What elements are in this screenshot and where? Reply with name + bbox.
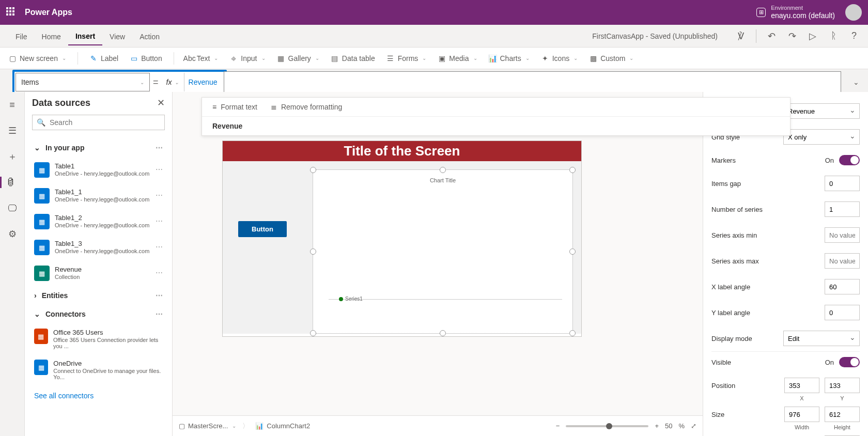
share-icon[interactable]: ᚱ <box>828 30 839 42</box>
prop-axismin-value[interactable] <box>825 227 860 243</box>
prop-size-w[interactable] <box>784 407 819 422</box>
format-text-button[interactable]: ≡Format text <box>212 103 257 111</box>
more-icon[interactable]: ⋯ <box>156 291 163 300</box>
connector-item[interactable]: ▦ Office 365 UsersOffice 365 Users Conne… <box>32 323 165 354</box>
media-icon: ▣ <box>438 54 446 63</box>
more-icon[interactable]: ⋯ <box>156 214 163 225</box>
see-all-connectors-link[interactable]: See all connectors <box>32 385 165 406</box>
more-icon[interactable]: ⋯ <box>156 162 163 174</box>
more-icon[interactable]: ⋯ <box>156 310 163 318</box>
ribbon-button[interactable]: ▭Button <box>130 54 162 63</box>
panel-title: Data sources <box>32 98 90 108</box>
hamburger-icon[interactable]: ≡ <box>7 99 18 111</box>
datasource-item[interactable]: ▦ Table1_2OneDrive - henry.legge@outlook… <box>32 209 165 235</box>
section-connectors[interactable]: ⌄Connectors⋯ <box>32 305 165 323</box>
search-input[interactable] <box>50 118 160 127</box>
prop-itemsgap-value[interactable] <box>825 176 860 191</box>
more-icon[interactable]: ⋯ <box>156 266 163 277</box>
datasource-item[interactable]: ▦ RevenueCollection ⋯ <box>32 260 165 286</box>
formula-input[interactable]: Revenue <box>224 71 841 93</box>
crumb-control[interactable]: 📊ColumnChart2 <box>255 422 310 430</box>
prop-size-h[interactable] <box>825 407 860 422</box>
connector-item[interactable]: ▦ OneDriveConnect to OneDrive to manage … <box>32 354 165 385</box>
prop-position-x[interactable] <box>784 378 819 393</box>
crumb-screen[interactable]: ▢MasterScre...⌄ <box>179 422 236 430</box>
more-icon[interactable]: ⋯ <box>156 240 163 251</box>
ribbon-custom[interactable]: ▩Custom⌄ <box>589 54 633 63</box>
fit-screen-icon[interactable]: ⤢ <box>691 422 696 430</box>
advanced-tools-icon[interactable]: ⚙ <box>7 228 18 240</box>
zoom-out-icon[interactable]: − <box>556 422 560 430</box>
canvas-button[interactable]: Button <box>238 221 287 237</box>
menu-insert[interactable]: Insert <box>68 27 102 45</box>
play-icon[interactable]: ▷ <box>807 30 818 42</box>
menu-view[interactable]: View <box>102 27 132 45</box>
ribbon-input[interactable]: ⎆Input⌄ <box>229 54 265 63</box>
prop-gridstyle-value[interactable] <box>783 129 860 145</box>
ribbon-new-screen[interactable]: ▢New screen⌄ <box>8 54 66 63</box>
more-icon[interactable]: ⋯ <box>156 144 163 152</box>
formula-suggestion[interactable]: Revenue <box>202 117 790 135</box>
prop-displaymode-value[interactable] <box>783 331 860 346</box>
remove-formatting-button[interactable]: ≣Remove formatting <box>271 103 342 111</box>
formula-expand-icon[interactable]: ⌄ <box>850 78 862 86</box>
fx-button[interactable]: fx⌄ <box>162 73 184 91</box>
zoom-in-icon[interactable]: + <box>655 422 659 430</box>
prop-yangle-value[interactable] <box>825 305 860 320</box>
ribbon-label[interactable]: ✎Label <box>89 54 118 63</box>
markers-toggle[interactable] <box>839 155 860 165</box>
section-in-your-app[interactable]: ⌄In your app⋯ <box>32 138 165 157</box>
media-rail-icon[interactable]: 🖵 <box>7 203 18 214</box>
prop-items-value[interactable] <box>783 103 860 119</box>
visible-toggle[interactable] <box>839 357 860 367</box>
add-icon[interactable]: ＋ <box>7 151 18 162</box>
ribbon-media[interactable]: ▣Media⌄ <box>438 54 477 63</box>
series-legend: Series1 <box>339 296 363 302</box>
menu-file[interactable]: File <box>8 27 35 45</box>
resize-handle[interactable] <box>569 248 576 255</box>
prop-numseries-value[interactable] <box>825 201 860 217</box>
datasource-item[interactable]: ▦ Table1OneDrive - henry.legge@outlook.c… <box>32 157 165 183</box>
ribbon-forms[interactable]: ☰Forms⌄ <box>386 54 427 63</box>
resize-handle[interactable] <box>310 167 316 173</box>
chart-selection[interactable]: Chart Title Series1 <box>313 169 573 334</box>
prop-position-y[interactable] <box>825 378 860 393</box>
resize-handle[interactable] <box>569 167 576 173</box>
ribbon-text[interactable]: AbcText⌄ <box>185 54 219 63</box>
chevron-down-icon: ⌄ <box>34 310 40 318</box>
more-icon[interactable]: ⋯ <box>156 188 163 199</box>
avatar[interactable] <box>845 4 862 21</box>
waffle-icon[interactable] <box>6 7 17 18</box>
zoom-slider[interactable] <box>566 425 648 427</box>
prop-xangle-value[interactable] <box>825 279 860 294</box>
environment-picker[interactable]: ⊞ Environment enayu.com (default) <box>756 5 835 20</box>
search-box[interactable]: 🔍 <box>32 115 165 130</box>
undo-icon[interactable]: ↶ <box>766 30 777 42</box>
canvas-area[interactable]: Title of the Screen Button Chart Title S… <box>173 92 703 436</box>
resize-handle[interactable] <box>310 330 316 336</box>
ribbon-icons[interactable]: ✦Icons⌄ <box>541 54 578 63</box>
resize-handle[interactable] <box>569 330 576 336</box>
tree-view-icon[interactable]: ☰ <box>7 125 18 136</box>
ribbon-datatable[interactable]: ▤Data table <box>331 54 375 63</box>
section-entities[interactable]: ›Entities⋯ <box>32 286 165 305</box>
resize-handle[interactable] <box>440 330 446 336</box>
datasource-item[interactable]: ▦ Table1_1OneDrive - henry.legge@outlook… <box>32 183 165 209</box>
data-icon[interactable]: 🛢 <box>0 177 24 188</box>
ribbon-charts[interactable]: 📊Charts⌄ <box>489 54 530 63</box>
connector-sub: Office 365 Users Connection provider let… <box>53 337 163 349</box>
app-checker-icon[interactable]: ℣ <box>735 30 747 42</box>
ribbon-gallery[interactable]: ▦Gallery⌄ <box>277 54 319 63</box>
help-icon[interactable]: ? <box>848 30 860 42</box>
property-selector[interactable]: Items ⌄ <box>16 73 150 91</box>
menu-home[interactable]: Home <box>35 27 68 45</box>
redo-icon[interactable]: ↷ <box>786 30 798 42</box>
formula-bar: Items ⌄ = fx⌄ Revenue Revenue ⌄ <box>0 69 868 95</box>
resize-handle[interactable] <box>310 248 316 255</box>
datasource-item[interactable]: ▦ Table1_3OneDrive - henry.legge@outlook… <box>32 235 165 260</box>
prop-axismax-value[interactable] <box>825 253 860 269</box>
screen-icon: ▢ <box>179 422 185 430</box>
menu-action[interactable]: Action <box>132 27 167 45</box>
close-icon[interactable]: ✕ <box>157 97 165 108</box>
resize-handle[interactable] <box>440 167 446 173</box>
